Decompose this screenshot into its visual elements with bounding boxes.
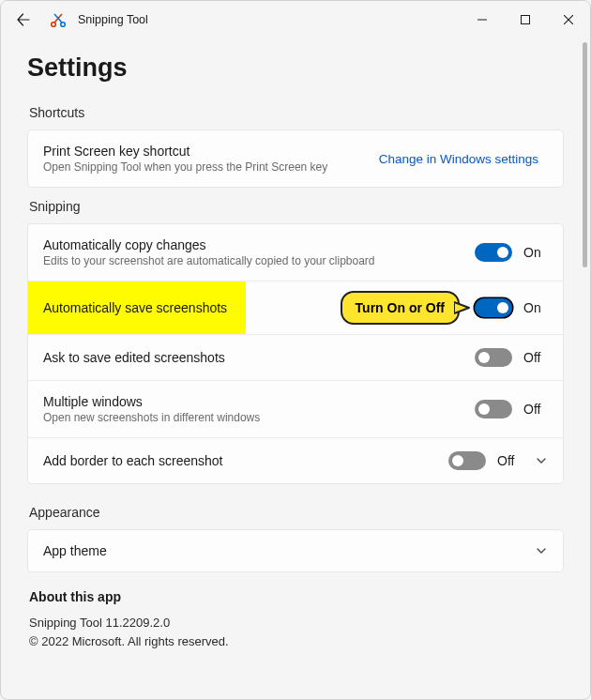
minimize-icon bbox=[477, 15, 487, 24]
auto-copy-text: Automatically copy changes Edits to your… bbox=[43, 237, 475, 267]
print-screen-title: Print Screen key shortcut bbox=[43, 144, 370, 159]
auto-copy-sub: Edits to your screenshot are automatical… bbox=[43, 254, 475, 267]
auto-save-state: On bbox=[523, 300, 548, 315]
print-screen-sub: Open Snipping Tool when you press the Pr… bbox=[43, 160, 370, 174]
settings-content: Settings Shortcuts Print Screen key shor… bbox=[1, 38, 590, 699]
auto-copy-row: Automatically copy changes Edits to your… bbox=[28, 224, 563, 281]
multi-win-state: Off bbox=[523, 402, 548, 417]
multi-win-sub: Open new screenshots in different window… bbox=[43, 411, 475, 424]
window-controls bbox=[461, 5, 590, 35]
app-theme-title: App theme bbox=[43, 543, 522, 558]
auto-copy-toggle-wrap: On bbox=[475, 243, 548, 262]
multi-win-title: Multiple windows bbox=[43, 394, 475, 409]
maximize-icon bbox=[521, 15, 530, 24]
multi-win-row: Multiple windows Open new screenshots in… bbox=[28, 380, 563, 437]
minimize-button[interactable] bbox=[461, 5, 504, 35]
section-snipping-label: Snipping bbox=[29, 199, 564, 214]
add-border-expand[interactable] bbox=[535, 454, 548, 467]
maximize-button[interactable] bbox=[504, 5, 547, 35]
titlebar: Snipping Tool bbox=[1, 1, 590, 38]
add-border-row[interactable]: Add border to each screenshot Off bbox=[28, 437, 563, 483]
snipping-tool-icon bbox=[50, 11, 67, 28]
back-arrow-icon bbox=[16, 12, 31, 27]
add-border-toggle-wrap: Off bbox=[448, 451, 522, 470]
ask-save-row: Ask to save edited screenshots Off bbox=[28, 334, 563, 380]
ask-save-text: Ask to save edited screenshots bbox=[43, 350, 475, 365]
auto-copy-toggle[interactable] bbox=[475, 243, 512, 262]
section-shortcuts-label: Shortcuts bbox=[29, 105, 564, 120]
about-copyright: © 2022 Microsoft. All rights reserved. bbox=[29, 632, 564, 651]
app-title: Snipping Tool bbox=[78, 13, 148, 26]
change-windows-settings-link[interactable]: Change in Windows settings bbox=[370, 146, 548, 172]
callout-annotation: Turn On or Off bbox=[341, 291, 460, 325]
auto-save-toggle[interactable] bbox=[475, 298, 512, 317]
svg-rect-5 bbox=[522, 16, 530, 24]
app-theme-expand[interactable] bbox=[535, 544, 548, 557]
ask-save-state: Off bbox=[523, 350, 548, 365]
ask-save-toggle-wrap: Off bbox=[475, 348, 548, 367]
close-icon bbox=[564, 15, 573, 24]
chevron-down-icon bbox=[536, 545, 547, 556]
auto-copy-title: Automatically copy changes bbox=[43, 237, 475, 252]
print-screen-text: Print Screen key shortcut Open Snipping … bbox=[43, 144, 370, 174]
snipping-card: Automatically copy changes Edits to your… bbox=[27, 223, 564, 484]
callout-tail-icon bbox=[454, 298, 471, 317]
page-title: Settings bbox=[27, 53, 564, 83]
print-screen-row: Print Screen key shortcut Open Snipping … bbox=[28, 130, 563, 187]
section-appearance-label: Appearance bbox=[29, 505, 564, 520]
add-border-toggle[interactable] bbox=[448, 451, 486, 470]
callout-text: Turn On or Off bbox=[356, 300, 445, 315]
app-theme-text: App theme bbox=[43, 543, 522, 558]
multi-win-text: Multiple windows Open new screenshots in… bbox=[43, 394, 475, 424]
multi-win-toggle-wrap: Off bbox=[475, 400, 548, 418]
add-border-title: Add border to each screenshot bbox=[43, 453, 448, 468]
multi-win-toggle[interactable] bbox=[475, 400, 512, 418]
auto-save-toggle-wrap: On bbox=[475, 298, 548, 317]
close-button[interactable] bbox=[547, 5, 590, 35]
auto-save-row: Automatically save screenshots Turn On o… bbox=[28, 281, 563, 334]
callout-bubble: Turn On or Off bbox=[341, 291, 460, 325]
auto-copy-state: On bbox=[523, 245, 548, 260]
about-label: About this app bbox=[29, 589, 564, 604]
about-version: Snipping Tool 11.2209.2.0 bbox=[29, 614, 564, 632]
shortcuts-card: Print Screen key shortcut Open Snipping … bbox=[27, 129, 564, 188]
ask-save-toggle[interactable] bbox=[475, 348, 512, 367]
add-border-state: Off bbox=[497, 453, 522, 468]
back-button[interactable] bbox=[10, 7, 37, 33]
app-theme-row[interactable]: App theme bbox=[28, 530, 563, 571]
chevron-down-icon bbox=[536, 455, 547, 466]
appearance-card: App theme bbox=[27, 529, 564, 572]
ask-save-title: Ask to save edited screenshots bbox=[43, 350, 475, 365]
add-border-text: Add border to each screenshot bbox=[43, 453, 448, 468]
